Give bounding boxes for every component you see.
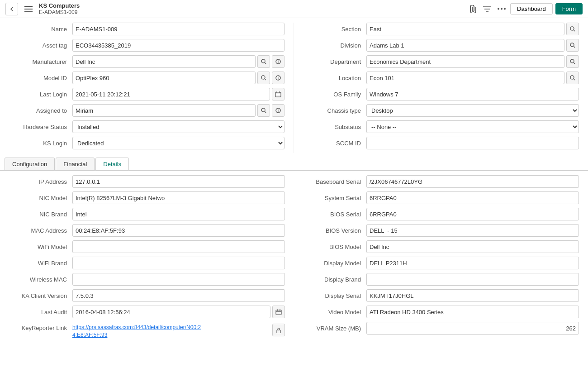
location-row: Location bbox=[303, 72, 579, 84]
nic-model-row: NIC Model bbox=[9, 191, 285, 204]
keyreporter-link-label: KeyReporter Link bbox=[9, 324, 72, 331]
manufacturer-input[interactable] bbox=[72, 55, 256, 68]
location-label: Location bbox=[303, 75, 366, 81]
manufacturer-search-btn[interactable] bbox=[257, 55, 270, 68]
svg-line-30 bbox=[574, 63, 575, 64]
last-login-calendar-btn[interactable] bbox=[272, 88, 285, 100]
model-id-search-btn[interactable] bbox=[257, 72, 270, 84]
last-login-input[interactable] bbox=[72, 88, 270, 100]
tab-details[interactable]: Details bbox=[95, 158, 129, 171]
attachment-button[interactable] bbox=[468, 3, 479, 15]
wifi-model-input[interactable] bbox=[72, 240, 285, 253]
hardware-status-row: Hardware Status Installed Uninstalled Re… bbox=[9, 120, 285, 133]
keyreporter-lock-btn[interactable] bbox=[272, 324, 285, 336]
mac-address-input[interactable] bbox=[72, 224, 285, 237]
last-login-row: Last Login bbox=[9, 88, 285, 100]
os-family-row: OS Family bbox=[303, 88, 579, 100]
svg-point-27 bbox=[570, 43, 574, 47]
department-input[interactable] bbox=[366, 55, 564, 68]
ip-address-input[interactable] bbox=[72, 175, 285, 188]
division-wrapper bbox=[366, 39, 579, 52]
display-brand-input[interactable] bbox=[366, 273, 579, 286]
baseboard-serial-input[interactable] bbox=[366, 175, 579, 188]
last-audit-input[interactable] bbox=[72, 306, 270, 318]
chassis-type-select[interactable]: Desktop Laptop Server Other bbox=[366, 104, 579, 117]
more-options-button[interactable] bbox=[496, 6, 507, 12]
system-serial-input[interactable] bbox=[366, 191, 579, 204]
division-search-btn[interactable] bbox=[566, 39, 579, 52]
display-serial-input[interactable] bbox=[366, 289, 579, 302]
last-audit-row: Last Audit bbox=[9, 306, 285, 318]
header-left: KS Computers E-ADAMS1-009 bbox=[5, 2, 468, 15]
company-name: KS Computers bbox=[39, 2, 80, 9]
last-audit-calendar-btn[interactable] bbox=[272, 306, 285, 318]
header-right: Dashboard Form bbox=[468, 3, 583, 15]
wifi-brand-input[interactable] bbox=[72, 257, 285, 269]
location-input[interactable] bbox=[366, 72, 564, 84]
manufacturer-info-btn[interactable]: i bbox=[272, 55, 285, 68]
model-id-info-btn[interactable]: i bbox=[272, 72, 285, 84]
nic-model-input[interactable] bbox=[72, 191, 285, 204]
ks-login-select[interactable]: Dedicated Shared None bbox=[72, 137, 285, 149]
bios-serial-input[interactable] bbox=[366, 208, 579, 220]
section-input[interactable] bbox=[366, 23, 564, 35]
keyreporter-link[interactable]: https://prs.sassafras.com:8443/detail/co… bbox=[72, 324, 270, 339]
sccm-id-row: SCCM ID bbox=[303, 137, 579, 149]
display-brand-row: Display Brand bbox=[303, 273, 579, 286]
header: KS Computers E-ADAMS1-009 Dashboard Form bbox=[0, 0, 588, 18]
vram-size-input[interactable] bbox=[366, 322, 579, 335]
os-family-input[interactable] bbox=[366, 88, 579, 100]
wireless-mac-input[interactable] bbox=[72, 273, 285, 286]
svg-point-21 bbox=[261, 108, 265, 112]
menu-button[interactable] bbox=[23, 4, 34, 14]
wifi-model-row: WiFi Model bbox=[9, 240, 285, 253]
department-label: Department bbox=[303, 58, 366, 65]
display-model-input[interactable] bbox=[366, 257, 579, 269]
svg-rect-2 bbox=[24, 11, 33, 12]
svg-line-14 bbox=[265, 79, 266, 81]
record-id: E-ADAMS1-009 bbox=[39, 9, 80, 15]
ip-address-row: IP Address bbox=[9, 175, 285, 188]
back-button[interactable] bbox=[5, 3, 18, 15]
tab-configuration[interactable]: Configuration bbox=[5, 158, 55, 170]
model-id-input[interactable] bbox=[72, 72, 256, 84]
wireless-mac-row: Wireless MAC bbox=[9, 273, 285, 286]
assigned-to-info-btn[interactable]: i bbox=[272, 104, 285, 117]
assigned-to-search-btn[interactable] bbox=[257, 104, 270, 117]
ks-login-row: KS Login Dedicated Shared None bbox=[9, 137, 285, 149]
ka-client-version-input[interactable] bbox=[72, 289, 285, 302]
tab-financial[interactable]: Financial bbox=[56, 158, 95, 170]
assigned-to-wrapper: i bbox=[72, 104, 285, 117]
bios-version-input[interactable] bbox=[366, 224, 579, 237]
video-model-input[interactable] bbox=[366, 306, 579, 318]
section-search-btn[interactable] bbox=[566, 23, 579, 35]
svg-rect-0 bbox=[24, 6, 33, 7]
hardware-status-select[interactable]: Installed Uninstalled Retired bbox=[72, 120, 285, 133]
assigned-to-label: Assigned to bbox=[9, 107, 72, 114]
svg-rect-1 bbox=[24, 9, 33, 10]
division-input[interactable] bbox=[366, 39, 564, 52]
department-wrapper bbox=[366, 55, 579, 68]
assigned-to-input[interactable] bbox=[72, 104, 256, 117]
bios-model-input[interactable] bbox=[366, 240, 579, 253]
sccm-id-input[interactable] bbox=[366, 137, 579, 149]
location-wrapper bbox=[366, 72, 579, 84]
asset-tag-input[interactable] bbox=[72, 39, 285, 52]
form-left-col: Name Asset tag Manufacturer i bbox=[0, 23, 294, 153]
wifi-model-label: WiFi Model bbox=[9, 244, 72, 250]
svg-line-26 bbox=[574, 30, 575, 32]
form-button[interactable]: Form bbox=[555, 3, 583, 14]
nic-brand-input[interactable] bbox=[72, 208, 285, 220]
dashboard-button[interactable]: Dashboard bbox=[510, 3, 553, 14]
name-input[interactable] bbox=[72, 23, 285, 35]
department-search-btn[interactable] bbox=[566, 55, 579, 68]
filter-button[interactable] bbox=[481, 4, 493, 14]
division-row: Division bbox=[303, 39, 579, 52]
svg-line-28 bbox=[574, 47, 575, 48]
location-search-btn[interactable] bbox=[566, 72, 579, 84]
substatus-select[interactable]: -- None -- bbox=[366, 120, 579, 133]
svg-point-13 bbox=[261, 76, 265, 79]
section-wrapper bbox=[366, 23, 579, 35]
display-brand-label: Display Brand bbox=[303, 276, 366, 283]
svg-text:i: i bbox=[278, 60, 279, 64]
